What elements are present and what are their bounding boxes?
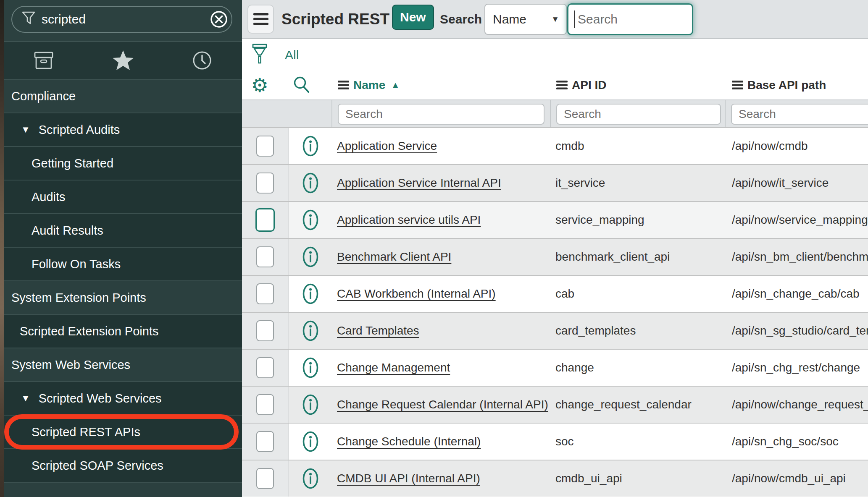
row-select-checkbox[interactable] — [256, 320, 274, 341]
history-clock-icon[interactable] — [192, 50, 213, 71]
name-cell: Change Request Calendar (Internal API) — [331, 387, 550, 423]
name-cell: Application service utils API — [331, 202, 550, 238]
list-rows: Application Servicecmdb/api/now/cmdbAppl… — [242, 127, 868, 497]
list-search-input[interactable] — [567, 3, 693, 35]
sidebar-item-scripted-soap-services[interactable]: Scripted SOAP Services — [0, 448, 242, 482]
list-filter-row: All — [242, 39, 868, 71]
record-name-link[interactable]: Application Service Internal API — [337, 176, 501, 190]
expand-triangle-icon[interactable]: ▼ — [21, 394, 30, 403]
base-api-path-column-search-input[interactable] — [731, 104, 868, 125]
base-api-path-cell: /api/now/cmdb_ui_api — [725, 460, 868, 497]
record-name-link[interactable]: Change Request Calendar (Internal API) — [337, 398, 548, 411]
table-row: Change Request Calendar (Internal API)ch… — [242, 386, 868, 423]
column-header-name[interactable]: Name ▲ — [338, 71, 400, 99]
record-name-link[interactable]: Card Templates — [337, 324, 419, 337]
sidebar-item-scripted-rest-apis[interactable]: Scripted REST APIs — [0, 415, 242, 448]
favorites-star-icon[interactable] — [112, 50, 134, 71]
new-record-button[interactable]: New — [392, 5, 434, 30]
breadcrumb-all-link[interactable]: All — [285, 39, 299, 71]
row-select-checkbox[interactable] — [256, 468, 274, 489]
table-row: Card Templatescard_templates/api/sn_sg_s… — [242, 312, 868, 349]
search-field-select[interactable]: Name ▼ — [484, 4, 567, 35]
name-cell: Application Service Internal API — [331, 165, 550, 201]
sidebar-item-getting-started[interactable]: Getting Started — [0, 146, 242, 180]
row-select-cell — [242, 128, 289, 164]
sidebar-item-follow-on-tasks[interactable]: Follow On Tasks — [0, 247, 242, 280]
record-name-link[interactable]: CAB Workbench (Internal API) — [337, 287, 496, 301]
row-select-cell — [242, 350, 289, 386]
sidebar-item-audits[interactable]: Audits — [0, 180, 242, 213]
info-circle-icon[interactable] — [302, 245, 319, 269]
column-header-api-id[interactable]: API ID — [556, 71, 606, 99]
info-circle-icon[interactable] — [302, 393, 319, 416]
base-api-path-cell: /api/sn_change_cab/cab — [725, 276, 868, 312]
gear-icon[interactable]: ⚙ — [248, 71, 271, 99]
info-circle-icon[interactable] — [302, 430, 319, 453]
base-api-path-column-search-cell — [725, 100, 868, 127]
navigator-filter-input[interactable] — [42, 12, 204, 26]
record-preview-cell — [289, 239, 331, 275]
row-select-checkbox[interactable] — [256, 173, 274, 194]
record-name-link[interactable]: CMDB UI API (Internal API) — [337, 472, 480, 485]
sidebar-item-scripted-extension-points[interactable]: Scripted Extension Points — [0, 314, 242, 348]
sidebar-item-system-web-services[interactable]: System Web Services — [0, 348, 242, 381]
table-row: Application service utils APIservice_map… — [242, 201, 868, 238]
name-column-search-input[interactable] — [338, 104, 544, 125]
name-cell: CMDB UI API (Internal API) — [331, 460, 550, 497]
sidebar-item-compliance[interactable]: Compliance — [0, 79, 242, 112]
column-search-row — [242, 99, 868, 127]
column-header-label: API ID — [572, 78, 606, 92]
sidebar-item-audit-results[interactable]: Audit Results — [0, 213, 242, 247]
api-id-cell: cmdb — [550, 128, 725, 164]
record-name-link[interactable]: Application service utils API — [337, 213, 481, 227]
clear-filter-icon[interactable] — [210, 10, 228, 29]
info-circle-icon[interactable] — [302, 208, 319, 232]
info-circle-icon[interactable] — [302, 319, 319, 343]
info-circle-icon[interactable] — [302, 282, 319, 306]
row-select-checkbox[interactable] — [256, 394, 274, 415]
record-name-link[interactable]: Change Management — [337, 361, 450, 374]
sidebar-item-scripted-audits[interactable]: ▼Scripted Audits — [0, 112, 242, 146]
sidebar-item-blank — [0, 482, 242, 497]
expand-triangle-icon[interactable]: ▼ — [21, 125, 30, 134]
row-select-checkbox[interactable] — [256, 283, 274, 304]
sidebar-item-label: Scripted Audits — [39, 123, 120, 137]
info-circle-icon[interactable] — [302, 171, 319, 195]
all-applications-box-icon[interactable] — [33, 50, 55, 71]
filter-funnel-icon[interactable] — [252, 43, 267, 68]
row-select-checkbox[interactable] — [256, 357, 274, 378]
base-api-path-cell: /api/sn_sg_studio/card_templ — [725, 313, 868, 349]
sidebar-item-scripted-web-services[interactable]: ▼Scripted Web Services — [0, 381, 242, 415]
record-preview-cell — [289, 350, 331, 386]
sidebar-item-system-extension-points[interactable]: System Extension Points — [0, 280, 242, 314]
table-row: CMDB UI API (Internal API)cmdb_ui_api/ap… — [242, 460, 868, 497]
record-name-link[interactable]: Benchmark Client API — [337, 250, 451, 264]
row-select-checkbox[interactable] — [256, 246, 274, 267]
list-context-menu-button[interactable] — [247, 5, 274, 34]
api-id-cell: it_service — [550, 165, 725, 201]
sidebar-item-label: System Web Services — [11, 358, 130, 372]
sidebar-item-label: Scripted Extension Points — [20, 324, 158, 338]
row-select-checkbox[interactable] — [255, 208, 275, 232]
record-name-link[interactable]: Change Schedule (Internal) — [337, 435, 481, 448]
api-id-cell: cmdb_ui_api — [550, 460, 725, 497]
navigator-tabs — [0, 41, 242, 79]
table-row: CAB Workbench (Internal API)cab/api/sn_c… — [242, 275, 868, 312]
name-cell: Application Service — [331, 128, 550, 164]
record-name-link[interactable]: Application Service — [337, 139, 437, 153]
info-circle-icon[interactable] — [302, 467, 319, 490]
column-header-base-api-path[interactable]: Base API path — [732, 71, 826, 99]
base-api-path-cell: /api/now/it_service — [725, 165, 868, 201]
column-header-label: Name — [353, 78, 385, 92]
list-menu-icon — [732, 81, 743, 89]
navigator-filter-field[interactable] — [11, 6, 232, 33]
info-circle-icon[interactable] — [302, 356, 319, 379]
row-select-checkbox[interactable] — [256, 431, 274, 452]
column-search-icon[interactable] — [291, 71, 313, 99]
info-circle-icon[interactable] — [302, 134, 319, 158]
row-select-checkbox[interactable] — [256, 136, 274, 157]
sidebar-item-label: Getting Started — [32, 157, 113, 170]
base-api-path-cell: /api/now/cmdb — [725, 128, 868, 164]
base-api-path-cell: /api/sn_chg_soc/soc — [725, 424, 868, 460]
api-id-column-search-input[interactable] — [556, 104, 721, 125]
